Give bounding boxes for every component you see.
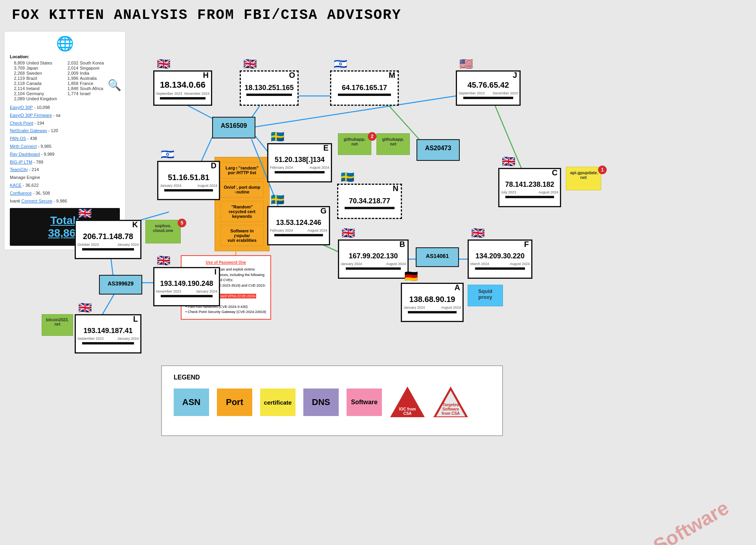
easyio-firmware-link[interactable]: EasyIO 30P Firmware <box>10 113 52 118</box>
checkpoint-link[interactable]: Check Point <box>10 121 33 125</box>
node-D: 🇮🇱 D 51.16.51.81 January 2024 August 202… <box>157 161 220 200</box>
node-B: 🇬🇧 B 167.99.202.130 January 2024 August … <box>338 239 409 279</box>
flag-I: 🇬🇧 <box>157 254 171 267</box>
ray-link[interactable]: Ray Dashboard <box>10 152 40 157</box>
github1-sticky: githubapp. net <box>338 133 371 155</box>
api-badge: 1 <box>598 166 607 174</box>
github2-sticky: githubapp. net <box>376 133 410 155</box>
sophos-badge: 5 <box>178 219 186 227</box>
legend-asn: ASN <box>174 388 209 416</box>
tgt-title: Use of Password One <box>185 260 266 265</box>
flag-H: 🇬🇧 <box>157 57 171 70</box>
asn-399629: AS399629 <box>99 275 142 295</box>
node-O: 🇬🇧 O 18.130.251.165 <box>240 70 299 106</box>
github1-badge: 2 <box>368 132 376 141</box>
location-label: Location: <box>10 54 120 59</box>
node-F: 🇬🇧 F 134.209.30.220 March 2024 August 20… <box>468 239 532 279</box>
squid-sticky: Squid proxy <box>468 285 503 306</box>
main-title: FOX KITTEN ANALYSIS FROM FBI/CISA ADVISO… <box>0 0 756 27</box>
kace-link[interactable]: KACE <box>10 183 22 188</box>
node-H: 🇬🇧 H 18.134.0.66 September 2023 November… <box>153 70 212 106</box>
netscaler-link[interactable]: NetScaler Gateway <box>10 128 47 133</box>
node-K: 🇬🇧 K 206.71.148.78 October 2023 January … <box>75 220 141 259</box>
bigip-link[interactable]: BIG-IP LTM <box>10 160 32 164</box>
legend-cert: certificate <box>260 388 295 416</box>
flag-C: 🇬🇧 <box>502 155 516 168</box>
sidebar: 🌐 Location: 8,809 United States 3,709 Ja… <box>4 31 126 250</box>
api-sticky: api.gpupdate. net <box>566 167 601 190</box>
flag-E: 🇸🇪 <box>271 130 284 143</box>
node-E: 🇸🇪 E 51.20.138[.]134 February 2024 Augus… <box>267 143 332 182</box>
ivanti-link[interactable]: Connect Secure <box>21 199 52 203</box>
flag-D: 🇮🇱 <box>161 148 174 161</box>
flag-G: 🇸🇪 <box>271 193 284 206</box>
checkpoint-software-watermark: Software <box>649 496 732 545</box>
mirth-link[interactable]: Mirth Connect <box>10 144 37 149</box>
node-C: 🇬🇧 C 78.141.238.182 July 2023 August 202… <box>498 168 561 207</box>
legend-port: Port <box>217 388 252 416</box>
flag-N: 🇸🇪 <box>341 171 354 184</box>
legend-dns: DNS <box>303 388 339 416</box>
flag-J: 🇺🇸 <box>459 57 473 70</box>
port-item-1: Large "random" port/HTTP list <box>220 162 264 179</box>
legend-box: LEGEND ASN Port certificate <box>161 365 503 436</box>
node-M: 🇮🇱 M 64.176.165.17 <box>330 70 399 106</box>
sophos-sticky: sophos. cloud.one <box>145 220 181 243</box>
flag-O: 🇬🇧 <box>243 57 257 70</box>
node-L: 🇬🇧 L 193.149.187.41 September 2023 Janua… <box>75 314 141 354</box>
easyio30p-link[interactable]: EasyIO 30P <box>10 105 33 110</box>
bitcoin-sticky: bitcoin2023. net <box>42 314 73 336</box>
flag-M: 🇮🇱 <box>334 57 347 70</box>
panos-link[interactable]: PAN-OS <box>10 136 26 141</box>
globe-icon: 🌐 <box>10 35 120 52</box>
node-G: 🇸🇪 G 13.53.124.246 February 2024 August … <box>267 206 330 245</box>
teamcity-link[interactable]: TeamCity <box>10 167 28 172</box>
flag-K: 🇬🇧 <box>78 207 92 220</box>
node-J: 🇺🇸 J 45.76.65.42 September 2023 December… <box>456 70 521 106</box>
port-item-4: Software in popular vulnerabilities <box>220 225 264 246</box>
legend-ioc-csa: IOC fromCSA <box>390 387 425 418</box>
flag-F: 🇬🇧 <box>471 226 485 239</box>
legend-targeted-software: TargetedSoftwarefrom CSA <box>433 387 468 418</box>
node-N: 🇸🇪 N 70.34.218.77 <box>337 184 402 219</box>
port-item-2: On/off, port dump routine <box>220 181 264 198</box>
node-I: 🇬🇧 I 193.149.190.248 November 2023 Janua… <box>153 267 220 306</box>
flag-L: 🇬🇧 <box>78 301 92 314</box>
port-box: Large "random" port/HTTP list On/off, po… <box>215 157 270 251</box>
forescout-icon: 🔍 <box>108 79 121 92</box>
flag-B: 🇬🇧 <box>341 226 355 239</box>
asn-20473: AS20473 <box>417 139 460 161</box>
node-A: 🇩🇪 A 138.68.90.19 January 2024 August 20… <box>401 283 464 322</box>
legend-software: Software <box>347 388 382 416</box>
asn-14061: AS14061 <box>416 247 459 267</box>
confluence-link[interactable]: Confluence <box>10 191 32 195</box>
port-item-3: "Random" recycled cert keywords <box>220 201 264 222</box>
legend-title: LEGEND <box>174 374 490 381</box>
asn-16509: AS16509 <box>212 117 255 138</box>
flag-A: 🇩🇪 <box>404 270 418 283</box>
